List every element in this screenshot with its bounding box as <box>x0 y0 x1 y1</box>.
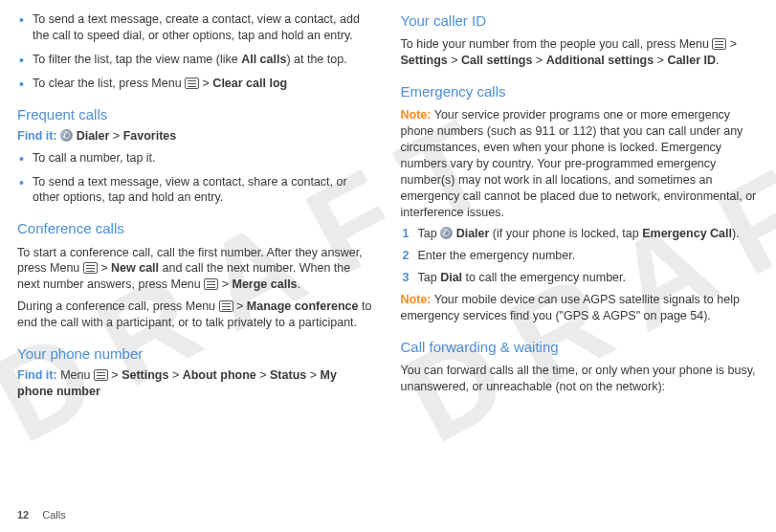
text: Tap <box>418 227 441 240</box>
list-item: 1 Tap Dialer (if your phone is locked, t… <box>401 226 760 242</box>
bold-text: Settings <box>401 54 448 67</box>
footer-section: Calls <box>42 509 65 521</box>
list-item: To call a number, tap it. <box>17 150 376 166</box>
step-number: 2 <box>403 248 410 264</box>
bold-text: Call settings <box>461 54 532 67</box>
paragraph: To start a conference call, call the fir… <box>17 245 376 294</box>
bullet-text: To call a number, tap it. <box>33 151 156 165</box>
findit-label: Find it: <box>17 129 57 143</box>
dialer-icon <box>440 227 453 239</box>
footer: 12Calls <box>17 508 66 522</box>
text: ). <box>732 227 740 240</box>
page-number: 12 <box>17 509 29 521</box>
bold-text: Dialer <box>77 129 110 143</box>
bullet-text: ) at the top. <box>286 53 346 66</box>
bullet-text: > <box>199 77 212 90</box>
list-item: 3 Tap Dial to call the emergency number. <box>401 270 760 286</box>
bullet-text: To filter the list, tap the view name (l… <box>33 53 241 66</box>
bold-text: New call <box>111 261 159 275</box>
text: to call the emergency number. <box>462 271 626 284</box>
section-heading-emergency-calls: Emergency calls <box>401 82 760 101</box>
section-heading-conference-calls: Conference calls <box>17 219 376 238</box>
section-heading-your-caller-id: Your caller ID <box>401 11 760 31</box>
list-item: To clear the list, press Menu > Clear ca… <box>17 76 376 92</box>
step-number: 3 <box>403 270 410 286</box>
text: Your service provider programs one or mo… <box>401 108 757 218</box>
paragraph: During a conference call, press Menu > M… <box>17 299 376 331</box>
bold-text: Status <box>270 368 306 382</box>
text: To hide your number from the people you … <box>401 37 713 51</box>
text: . <box>298 277 300 291</box>
bold-text: Caller ID <box>667 54 716 67</box>
text: > <box>98 261 111 275</box>
bold-text: Manage conference <box>247 299 359 313</box>
menu-icon <box>94 369 108 381</box>
findit-label: Find it: <box>17 368 57 382</box>
menu-icon <box>219 300 233 312</box>
bold-text: Emergency Call <box>642 227 732 240</box>
paragraph: Note: Your service provider programs one… <box>401 107 760 220</box>
list-item: 2 Enter the emergency number. <box>401 248 760 264</box>
menu-icon <box>204 278 218 290</box>
bold-text: Favorites <box>123 129 177 143</box>
note-label: Note: <box>401 108 432 122</box>
bold-text: Dialer <box>456 227 490 240</box>
note-label: Note: <box>401 293 432 306</box>
text: > <box>233 299 247 313</box>
text: > <box>218 277 232 291</box>
findit-line: Find it: Dialer > Favorites <box>17 128 376 144</box>
left-column: To send a text message, create a contact… <box>17 11 376 406</box>
menu-icon <box>185 78 199 89</box>
text: . <box>716 54 719 67</box>
text: Your mobile device can use AGPS satellit… <box>401 293 740 322</box>
dialer-icon <box>60 129 73 142</box>
bold-text: All calls <box>241 53 286 66</box>
section-heading-frequent-calls: Frequent calls <box>17 105 376 124</box>
sep: > <box>109 129 122 143</box>
text: Tap <box>418 271 441 284</box>
paragraph: To hide your number from the people you … <box>401 36 760 69</box>
findit-line: Find it: Menu > Settings > About phone >… <box>17 367 376 400</box>
bold-text: Merge calls <box>232 277 297 291</box>
bold-text: Settings <box>122 368 168 382</box>
page-content: To send a text message, create a contact… <box>0 0 776 413</box>
bold-text: Additional settings <box>546 54 654 67</box>
paragraph: Note: Your mobile device can use AGPS sa… <box>401 292 760 324</box>
menu-icon <box>712 38 726 50</box>
frequent-calls-list: To call a number, tap it. To send a text… <box>17 150 376 207</box>
text: (if your phone is locked, tap <box>489 227 642 240</box>
list-item: To filter the list, tap the view name (l… <box>17 52 376 68</box>
bullet-text: To send a text message, create a contact… <box>33 12 360 42</box>
bold-text: Dial <box>440 271 462 284</box>
paragraph: You can forward calls all the time, or o… <box>401 363 760 395</box>
right-column: Your caller ID To hide your number from … <box>401 11 760 406</box>
text: During a conference call, press Menu <box>17 299 219 313</box>
top-bullet-list: To send a text message, create a contact… <box>17 11 376 92</box>
menu-icon <box>83 262 98 274</box>
bold-text: Clear call log <box>212 77 287 90</box>
bullet-text: To clear the list, press Menu <box>33 77 185 90</box>
text: Enter the emergency number. <box>418 249 576 262</box>
bold-text: About phone <box>183 368 256 382</box>
text: Menu <box>57 368 94 382</box>
step-number: 1 <box>403 226 410 242</box>
list-item: To send a text message, create a contact… <box>17 11 376 44</box>
emergency-steps: 1 Tap Dialer (if your phone is locked, t… <box>401 226 760 286</box>
section-heading-call-forwarding-waiting: Call forwarding & waiting <box>401 338 760 357</box>
list-item: To send a text message, view a contact, … <box>17 174 376 207</box>
section-heading-your-phone-number: Your phone number <box>17 344 376 364</box>
text: You can forward calls all the time, or o… <box>401 364 756 393</box>
bullet-text: To send a text message, view a contact, … <box>33 175 347 205</box>
text: > <box>726 37 737 51</box>
